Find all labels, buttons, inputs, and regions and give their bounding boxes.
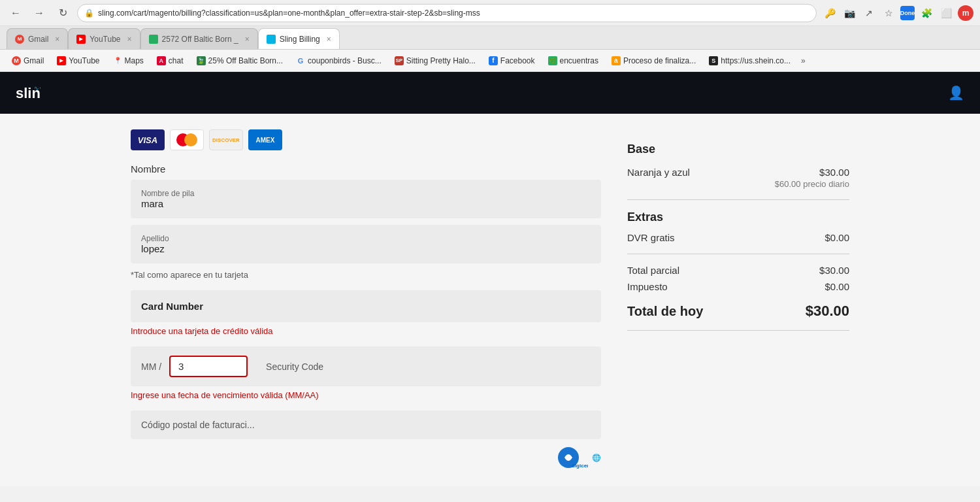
tab-sling[interactable]: Sling Billing × [258, 28, 340, 49]
card-number-label: Card Number [141, 301, 591, 312]
content-area: VISA DISCOVER AMEX Nombre [131, 114, 849, 486]
first-name-value: mara [141, 198, 591, 209]
bookmark-proceso[interactable]: a Proceso de finaliza... [606, 55, 701, 67]
tabs-bar: M Gmail × ▶ YouTube × 2572 Off Baltic Bo… [0, 26, 980, 50]
address-bar[interactable]: 🔒 sling.com/cart/magento/billing?classif… [77, 4, 817, 22]
key-icon[interactable]: 🔑 [822, 5, 838, 21]
bookmark-maps[interactable]: 📍 Maps [108, 55, 149, 67]
discover-text: DISCOVER [212, 137, 240, 143]
page: sling ∿∿ 👤 VISA [0, 72, 980, 486]
url-text: sling.com/cart/magento/billing?classific… [98, 8, 809, 18]
bookmarks-more-button[interactable]: » [801, 56, 806, 65]
postal-label: Código postal de facturaci... [141, 420, 255, 430]
tab-youtube-close[interactable]: × [127, 35, 132, 44]
bookmark-gmail[interactable]: M Gmail [7, 55, 49, 67]
youtube-bm-icon: ▶ [57, 56, 66, 65]
bookmark-baltic-label: 25% Off Baltic Born... [208, 56, 284, 65]
bookmark-sitting[interactable]: SP Sitting Pretty Halo... [389, 55, 481, 67]
plan-row: Naranja y azul $30.00 $60.00 precio diar… [627, 167, 849, 189]
bookmark-encuentras[interactable]: 🌿 encuentras [543, 55, 604, 67]
back-button[interactable]: ← [7, 4, 25, 22]
tab-baltic-close[interactable]: × [245, 35, 250, 44]
security-code-label: Security Code [266, 361, 323, 372]
share-icon[interactable]: ↗ [861, 5, 877, 21]
summary-divider-3 [627, 330, 849, 331]
tab-gmail-close[interactable]: × [55, 35, 59, 44]
tab-youtube[interactable]: ▶ YouTube × [68, 28, 140, 49]
tab-sling-close[interactable]: × [327, 35, 331, 44]
last-name-label: Apellido [141, 234, 591, 243]
bookmark-youtube[interactable]: ▶ YouTube [52, 55, 105, 67]
tab-baltic-label: 2572 Off Baltic Born _ [162, 35, 238, 44]
profile-avatar[interactable]: m [958, 5, 973, 21]
bookmark-gmail-label: Gmail [24, 56, 44, 65]
bookmark-chat-label: chat [169, 56, 184, 65]
gmail-tab-icon: M [15, 35, 24, 44]
gmail-bm-icon: M [12, 56, 21, 65]
tab-youtube-label: YouTube [90, 35, 120, 44]
sling-tab-icon [267, 35, 276, 44]
tax-row: Impuesto $0.00 [627, 281, 849, 292]
nombre-label: Nombre [131, 163, 601, 175]
baltic-bm-icon: 🍃 [197, 56, 206, 65]
done-extension-icon[interactable]: Done [900, 6, 915, 20]
plan-name: Naranja y azul [627, 167, 690, 178]
card-number-section: Card Number Introduce una tarjeta de cré… [131, 290, 601, 336]
tax-value: $0.00 [825, 281, 849, 292]
expiry-input[interactable] [169, 356, 248, 377]
subtotal-value: $30.00 [819, 265, 849, 276]
billing-form: VISA DISCOVER AMEX Nombre [131, 129, 601, 471]
visa-logo: VISA [131, 129, 165, 150]
forward-button[interactable]: → [30, 4, 48, 22]
dvr-price: $0.00 [825, 232, 849, 243]
expiry-label: MM / [141, 361, 161, 372]
digicert-logo: digicert [555, 444, 588, 471]
bookmark-shein-label: https://us.shein.co... [721, 56, 791, 65]
bookmark-icon[interactable]: ☆ [881, 5, 896, 21]
tab-gmail-label: Gmail [28, 35, 48, 44]
browser-actions: 🔑 📷 ↗ ☆ Done 🧩 ⬜ m [822, 5, 973, 21]
lock-icon: 🔒 [84, 8, 94, 18]
bookmark-sitting-label: Sitting Pretty Halo... [406, 56, 476, 65]
facebook-bm-icon: f [489, 56, 498, 65]
last-name-field[interactable]: Apellido lopez [131, 225, 601, 263]
chat-bm-icon: A [157, 56, 166, 65]
bookmark-facebook-label: Facebook [500, 56, 535, 65]
first-name-field[interactable]: Nombre de pila mara [131, 180, 601, 218]
plan-price: $30.00 [775, 167, 849, 178]
bookmark-couponbirds-label: couponbirds - Busc... [308, 56, 382, 65]
expiry-security-row: MM / Security Code [131, 346, 601, 386]
card-number-field[interactable]: Card Number [131, 290, 601, 322]
tab-baltic[interactable]: 2572 Off Baltic Born _ × [140, 28, 258, 49]
window-icon[interactable]: ⬜ [938, 5, 954, 21]
maps-bm-icon: 📍 [113, 56, 122, 65]
bookmark-encuentras-label: encuentras [560, 56, 598, 65]
sling-logo: sling ∿∿ [16, 84, 41, 102]
bookmark-facebook[interactable]: f Facebook [483, 55, 540, 67]
order-summary: Base Naranja y azul $30.00 $60.00 precio… [627, 129, 849, 471]
dvr-label: DVR gratis [627, 232, 675, 243]
bookmark-couponbirds[interactable]: G couponbirds - Busc... [291, 55, 387, 67]
screenshot-icon[interactable]: 📷 [841, 5, 857, 21]
bookmark-baltic[interactable]: 🍃 25% Off Baltic Born... [191, 55, 289, 67]
subtotal-row: Total parcial $30.00 [627, 265, 849, 276]
bookmark-shein[interactable]: S https://us.shein.co... [704, 55, 796, 67]
postal-code-row[interactable]: Código postal de facturaci... [131, 410, 601, 439]
total-label: Total de hoy [627, 304, 703, 319]
tab-gmail[interactable]: M Gmail × [7, 28, 68, 49]
couponbirds-bm-icon: G [296, 56, 305, 65]
shein-bm-icon: S [709, 56, 718, 65]
extensions-icon[interactable]: 🧩 [919, 5, 934, 21]
browser-toolbar: ← → ↻ 🔒 sling.com/cart/magento/billing?c… [0, 0, 980, 26]
expiry-error: Ingrese una fecha de vencimiento válida … [131, 390, 601, 400]
expiry-security-section: MM / Security Code Ingrese una fecha de … [131, 346, 601, 400]
mc-circle-right [184, 133, 197, 146]
tab-sling-label: Sling Billing [280, 35, 320, 44]
bookmark-chat[interactable]: A chat [152, 55, 189, 67]
base-title: Base [627, 142, 849, 156]
discover-logo: DISCOVER [209, 129, 243, 150]
mastercard-logo [170, 129, 204, 150]
reload-button[interactable]: ↻ [54, 4, 72, 22]
user-icon[interactable]: 👤 [948, 85, 964, 101]
top-navigation: sling ∿∿ 👤 [0, 72, 980, 114]
